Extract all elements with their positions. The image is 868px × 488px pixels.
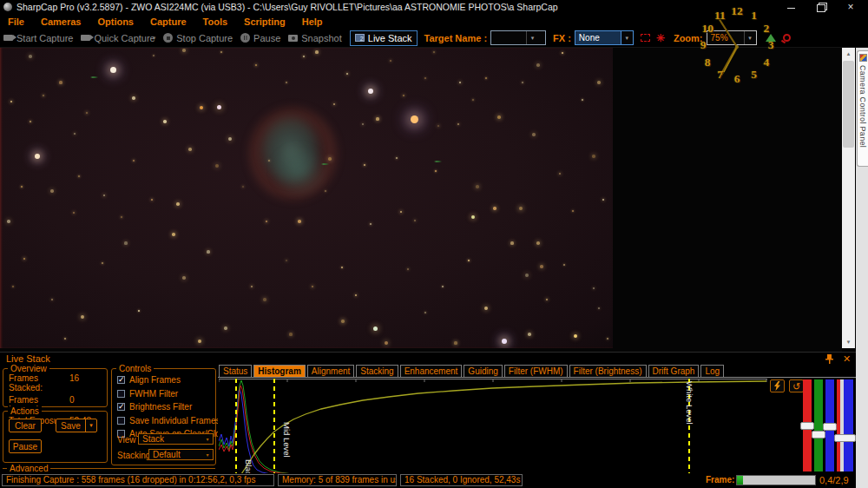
sharpcap-window: SharpCap Pro (v3.2.5897) - ZWO ASI224MC … (0, 0, 868, 488)
green-level-slider[interactable] (814, 379, 823, 472)
star (471, 215, 475, 219)
quick-capture-dropdown-icon[interactable]: ▾ (153, 35, 156, 42)
tab-enhancement[interactable]: Enhancement (400, 365, 463, 377)
tab-filter-fwhm-[interactable]: Filter (FWHM) (504, 365, 568, 377)
star (35, 154, 40, 159)
histogram-panel: Black LevelMid LevelWhite Level ↺ (218, 377, 856, 474)
menu-options[interactable]: Options (97, 16, 134, 27)
checkbox-brightness-filter[interactable]: ✓Brightness Filter (117, 402, 215, 412)
checkbox-icon[interactable] (117, 390, 125, 398)
magnifier-icon[interactable] (783, 34, 791, 42)
star (110, 67, 116, 73)
menu-capture[interactable]: Capture (150, 16, 187, 27)
pause-icon (240, 33, 250, 43)
chevron-down-icon[interactable]: ▾ (526, 31, 538, 44)
red-level-slider[interactable] (803, 379, 812, 472)
fx-combobox[interactable]: None ▾ (575, 30, 634, 45)
overview-group: Overview Frames Stacked:16Frames Ignored… (3, 368, 108, 407)
checkbox-fwhm-filter[interactable]: FWHM Filter (117, 389, 215, 399)
star (546, 299, 549, 301)
camera-control-panel-tab[interactable]: Camera Control Panel (857, 50, 868, 167)
all-level-slider-handle[interactable] (834, 434, 856, 442)
star (121, 216, 122, 218)
stop-icon (163, 33, 173, 43)
pause-button[interactable]: Pause (240, 33, 280, 43)
star (341, 267, 343, 268)
stop-capture-button[interactable]: Stop Capture (163, 33, 233, 43)
checkbox-save-individual-frames[interactable]: Save Individual Frames (117, 416, 215, 425)
blue-level-slider[interactable] (825, 379, 834, 472)
close-panel-icon[interactable]: ✕ (841, 353, 852, 364)
zoom-combobox[interactable]: 75% ▾ (707, 30, 757, 45)
actions-group: Actions Clear Save ▾ Pause (3, 411, 108, 463)
view-label: View (117, 435, 136, 445)
tab-status[interactable]: Status (219, 365, 252, 377)
tab-guiding[interactable]: Guiding (464, 365, 502, 377)
menu-file[interactable]: File (8, 16, 24, 27)
svg-text:White Level: White Level (685, 381, 694, 425)
tab-log[interactable]: Log (700, 365, 724, 377)
menu-cameras[interactable]: Cameras (41, 16, 81, 27)
live-stack-icon (355, 34, 365, 42)
menu-help[interactable]: Help (302, 16, 323, 27)
chevron-down-icon[interactable]: ▾ (202, 434, 213, 444)
star (176, 202, 179, 205)
star (172, 233, 174, 235)
clear-button[interactable]: Clear (9, 419, 42, 432)
star (502, 339, 507, 344)
star (411, 115, 418, 123)
all-level-slider[interactable] (837, 379, 853, 472)
star (255, 64, 257, 66)
red-level-slider-handle[interactable] (800, 422, 814, 430)
reset-stretch-button[interactable]: ↺ (789, 379, 804, 392)
target-name-combobox[interactable]: ▾ (490, 30, 546, 45)
close-button[interactable]: × (845, 3, 856, 11)
tab-filter-brightness-[interactable]: Filter (Brightness) (569, 365, 647, 377)
checkbox-align-frames[interactable]: ✓Align Frames (117, 375, 215, 385)
vertical-scrollbar[interactable]: ▲ ▼ (842, 48, 855, 348)
live-stack-panel: Live Stack ✕ Overview Frames Stacked:16F… (0, 352, 856, 473)
pin-icon[interactable] (824, 353, 835, 364)
scrollbar-thumb[interactable] (843, 61, 854, 148)
blue-level-slider-handle[interactable] (823, 423, 837, 431)
hot-pixel-artifact (90, 76, 98, 78)
stacking-label: Stacking (117, 451, 150, 460)
snapshot-button[interactable]: Snapshot (288, 33, 341, 43)
reticle-icon[interactable]: ✳ (656, 34, 665, 43)
chevron-down-icon[interactable]: ▾ (744, 31, 756, 44)
star (540, 265, 542, 267)
stacking-combobox[interactable]: Default ▾ (148, 449, 214, 460)
tab-drift-graph[interactable]: Drift Graph (648, 365, 700, 377)
live-stack-button[interactable]: Live Stack (350, 30, 418, 46)
live-stack-tabs: StatusHistogramAlignmentStackingEnhancem… (218, 365, 856, 377)
tab-alignment[interactable]: Alignment (307, 365, 354, 377)
start-capture-button[interactable]: Start Capture (3, 33, 73, 43)
checkbox-icon[interactable] (117, 417, 125, 425)
save-dropdown-icon[interactable]: ▾ (85, 419, 96, 432)
green-level-slider-handle[interactable] (812, 431, 825, 439)
minimize-button[interactable] (786, 3, 797, 11)
star (215, 164, 219, 168)
menu-tools[interactable]: Tools (203, 16, 228, 27)
view-combobox[interactable]: Stack ▾ (138, 433, 214, 445)
dock-strip: Camera Control Panel (856, 48, 868, 488)
restore-button[interactable] (816, 3, 826, 11)
scroll-down-icon[interactable]: ▼ (842, 336, 855, 348)
chevron-down-icon[interactable]: ▾ (621, 31, 633, 44)
menu-scripting[interactable]: Scripting (244, 16, 286, 27)
star (459, 82, 462, 84)
save-button[interactable]: Save ▾ (56, 419, 97, 432)
star (124, 241, 127, 244)
checkbox-icon[interactable]: ✓ (117, 403, 125, 411)
tab-stacking[interactable]: Stacking (356, 365, 398, 377)
pause-stack-button[interactable]: Pause (9, 439, 42, 453)
tab-histogram[interactable]: Histogram (253, 365, 305, 377)
roi-selection-icon[interactable] (641, 34, 650, 42)
scroll-up-icon[interactable]: ▲ (842, 48, 855, 60)
auto-stretch-button[interactable] (770, 379, 785, 392)
star (21, 186, 23, 188)
quick-capture-button[interactable]: Quick Capture (81, 33, 155, 43)
histogram-stretch-icon[interactable] (766, 34, 776, 42)
chevron-down-icon[interactable]: ▾ (202, 450, 213, 459)
checkbox-icon[interactable]: ✓ (117, 376, 125, 384)
